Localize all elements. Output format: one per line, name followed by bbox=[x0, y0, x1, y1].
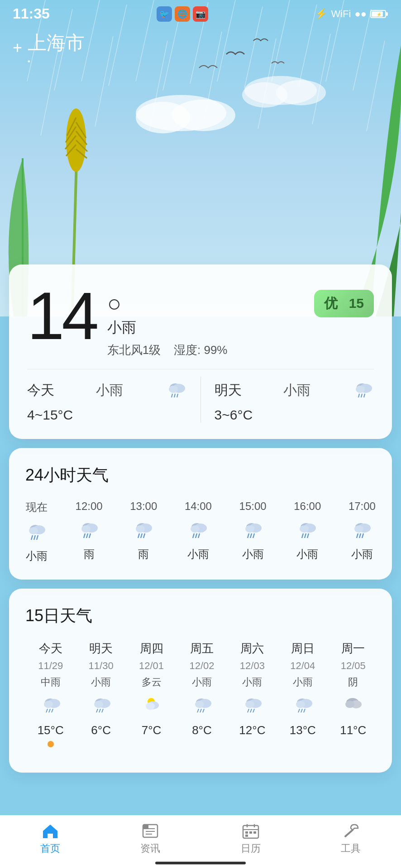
hour-time: 14:00 bbox=[185, 500, 212, 513]
wind-info: 东北风1级 bbox=[107, 343, 161, 357]
weather-info: ○ 小雨 东北风1级 湿度: 99% bbox=[107, 283, 303, 358]
tomorrow-temp: 3~6°C bbox=[215, 407, 374, 423]
hourly-item: 14:00 小雨 bbox=[185, 500, 212, 563]
hour-desc: 雨 bbox=[138, 547, 149, 561]
forecast-day-col: 周五 12/02 小雨 8°C bbox=[177, 641, 227, 747]
svg-point-97 bbox=[44, 701, 53, 708]
svg-point-49 bbox=[356, 386, 365, 393]
svg-line-144 bbox=[345, 830, 353, 836]
today-tomorrow-row: 今天 小雨 4~1 bbox=[27, 369, 374, 423]
aqi-value: 15 bbox=[349, 296, 364, 311]
svg-point-112 bbox=[195, 701, 204, 708]
nav-news[interactable]: 资讯 bbox=[140, 823, 160, 855]
add-city-button[interactable]: + bbox=[13, 38, 22, 57]
hour-time: 12:00 bbox=[76, 500, 103, 513]
city-name: 上海市 bbox=[28, 30, 85, 56]
bottom-navigation: 首页 资讯 日历 工具 bbox=[0, 815, 401, 868]
forecast-icon bbox=[91, 694, 111, 718]
svg-line-92 bbox=[357, 533, 358, 538]
city-header: + 上海市 • bbox=[0, 26, 401, 75]
forecast-temp: 8°C bbox=[192, 723, 212, 737]
nav-bar-indicator bbox=[155, 862, 246, 864]
hour-icon bbox=[242, 519, 264, 541]
battery-icon: ⚡ bbox=[370, 9, 388, 19]
svg-line-125 bbox=[298, 709, 300, 712]
svg-point-103 bbox=[94, 701, 103, 708]
nav-tools[interactable]: 工具 bbox=[341, 823, 361, 855]
svg-line-74 bbox=[193, 533, 194, 538]
hour-time: 15:00 bbox=[239, 500, 267, 513]
forecast-title: 15日天气 bbox=[25, 605, 378, 627]
forecast-icon bbox=[40, 694, 61, 718]
svg-line-45 bbox=[174, 394, 175, 397]
svg-line-86 bbox=[302, 533, 303, 538]
hour-icon bbox=[187, 519, 210, 541]
today-weather-icon bbox=[165, 377, 187, 404]
forecast-day-col: 周六 12/03 小雨 12°C bbox=[227, 641, 277, 747]
aqi-badge: 优 15 bbox=[314, 290, 374, 317]
forecast-temp: 11°C bbox=[340, 723, 366, 737]
forecast-weather-label: 多云 bbox=[142, 675, 162, 689]
temp-dot bbox=[48, 741, 54, 747]
status-system-icons: ⚡ WiFi ●● ⚡ bbox=[315, 8, 388, 20]
hourly-grid: 现在 小雨 12:00 雨 13:00 bbox=[25, 500, 376, 563]
current-temperature: 14 bbox=[27, 283, 96, 349]
hour-desc: 雨 bbox=[84, 547, 95, 561]
hourly-item: 现在 小雨 bbox=[25, 500, 48, 563]
forecast-date: 11/30 bbox=[89, 660, 114, 672]
forecast-day-col: 周四 12/01 多云 7°C bbox=[126, 641, 177, 747]
today-tomorrow-section: 今天 小雨 4~1 bbox=[27, 377, 374, 423]
svg-point-67 bbox=[136, 525, 145, 533]
svg-rect-143 bbox=[245, 835, 248, 837]
tomorrow-weather: 小雨 bbox=[283, 381, 310, 400]
tomorrow-label: 明天 bbox=[215, 381, 242, 400]
today-label: 今天 bbox=[27, 381, 54, 400]
svg-line-68 bbox=[138, 533, 139, 538]
svg-line-99 bbox=[49, 709, 50, 712]
svg-line-63 bbox=[86, 533, 88, 538]
nav-calendar[interactable]: 日历 bbox=[241, 823, 261, 855]
svg-rect-140 bbox=[245, 831, 248, 834]
forecast-day-col: 周日 12/04 小雨 13°C bbox=[277, 641, 328, 747]
wifi-icon: WiFi bbox=[331, 8, 351, 20]
nav-home-label: 首页 bbox=[40, 842, 60, 855]
svg-point-118 bbox=[245, 701, 254, 708]
hour-icon bbox=[351, 519, 373, 541]
hour-time: 16:00 bbox=[294, 500, 321, 513]
main-weather-card: 14 ○ 小雨 东北风1级 湿度: 99% 优 15 bbox=[9, 264, 392, 439]
temperature-row: 14 ○ 小雨 东北风1级 湿度: 99% 优 15 bbox=[27, 283, 374, 358]
nav-home[interactable]: 首页 bbox=[40, 823, 60, 855]
svg-point-61 bbox=[81, 525, 91, 533]
svg-line-87 bbox=[305, 533, 306, 538]
calendar-icon bbox=[242, 823, 260, 839]
forecast-icon bbox=[141, 694, 162, 718]
svg-rect-142 bbox=[253, 831, 256, 834]
svg-line-106 bbox=[102, 709, 103, 712]
tomorrow-section: 明天 小雨 3~6 bbox=[215, 377, 374, 423]
forecast-day-col: 周一 12/05 阴 11°C bbox=[328, 641, 378, 747]
notif-icon-3: 📷 bbox=[193, 6, 208, 22]
notif-icon-1: 🐦 bbox=[157, 6, 172, 22]
forecast-day-col: 明天 11/30 小雨 6°C bbox=[76, 641, 126, 747]
hourly-item: 13:00 雨 bbox=[130, 500, 157, 563]
notification-icons: 🐦 🌐 📷 bbox=[157, 6, 208, 22]
svg-line-81 bbox=[250, 533, 252, 538]
degree-symbol: ○ bbox=[107, 292, 303, 315]
signal-icon: ●● bbox=[354, 8, 367, 20]
forecast-temp: 6°C bbox=[91, 723, 111, 737]
nav-tools-label: 工具 bbox=[341, 842, 361, 855]
svg-line-64 bbox=[89, 533, 91, 538]
svg-line-70 bbox=[143, 533, 145, 538]
nav-calendar-label: 日历 bbox=[241, 842, 261, 855]
forecast-day-label: 周日 bbox=[291, 641, 315, 656]
forecast-date: 12/05 bbox=[341, 660, 366, 672]
hour-time: 13:00 bbox=[130, 500, 157, 513]
forecast-weather-label: 小雨 bbox=[192, 675, 212, 689]
svg-line-115 bbox=[203, 709, 204, 712]
hour-desc: 小雨 bbox=[26, 549, 48, 563]
hour-icon bbox=[25, 521, 48, 542]
tomorrow-header-row: 明天 小雨 bbox=[215, 377, 374, 404]
weather-description: 小雨 bbox=[107, 318, 303, 338]
tomorrow-weather-icon bbox=[352, 377, 374, 404]
hourly-item: 15:00 小雨 bbox=[239, 500, 267, 563]
